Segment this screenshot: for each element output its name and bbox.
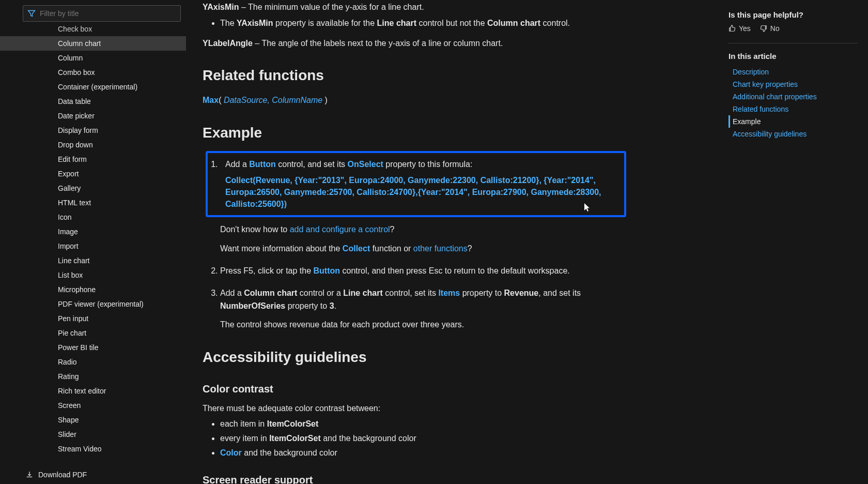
nav-item[interactable]: Stream Video xyxy=(0,442,186,456)
main-content: YAxisMin – The minimum value of the y-ax… xyxy=(203,0,626,484)
filter-input[interactable] xyxy=(40,9,176,18)
ylabel-desc: – The angle of the labels next to the y-… xyxy=(253,39,503,48)
toc-link[interactable]: Additional chart properties xyxy=(733,93,817,101)
nav-item[interactable]: List box xyxy=(0,268,186,282)
other-functions-link[interactable]: other functions xyxy=(413,244,468,253)
onselect-link[interactable]: OnSelect xyxy=(348,160,383,169)
toc-item[interactable]: Chart key properties xyxy=(729,78,858,90)
nav-item[interactable]: Pie chart xyxy=(0,326,186,340)
items-link[interactable]: Items xyxy=(438,289,460,297)
nav-item[interactable]: Microphone xyxy=(0,282,186,297)
contrast-item-2: every item in ItemColorSet and the backg… xyxy=(220,432,626,445)
toc-link[interactable]: Example xyxy=(733,117,761,126)
t: property to this formula: xyxy=(383,160,473,169)
t: ( xyxy=(219,96,224,104)
nav-scroll[interactable]: Check boxColumn chartColumnCombo boxCont… xyxy=(0,25,186,465)
t: control but not the xyxy=(416,19,487,27)
nav-item[interactable]: Rating xyxy=(0,369,186,384)
t: ItemColorSet xyxy=(269,434,321,443)
toc-item[interactable]: Additional chart properties xyxy=(729,90,858,103)
t: The xyxy=(220,19,237,27)
toc-item[interactable]: Example xyxy=(729,115,858,128)
related-fn-line: Max( DataSource, ColumnName ) xyxy=(203,94,626,107)
t: property to xyxy=(460,289,504,297)
example-step-1: Add a Button control, and set its OnSele… xyxy=(220,151,626,255)
toc-link[interactable]: Related functions xyxy=(733,105,788,113)
nav-item[interactable]: Image xyxy=(0,224,186,239)
t: Column chart xyxy=(244,289,297,297)
nav-item[interactable]: Combo box xyxy=(0,65,186,80)
step1-dontknow: Don't know how to add and configure a co… xyxy=(220,223,626,236)
nav-item[interactable]: Data table xyxy=(0,94,186,109)
t: ItemColorSet xyxy=(267,419,319,428)
t: Revenue xyxy=(504,289,539,297)
yaxismin-bullet: The YAxisMin property is available for t… xyxy=(220,17,626,30)
nav-item[interactable]: Column xyxy=(0,51,186,65)
nav-item[interactable]: Radio xyxy=(0,355,186,369)
thumb-up-icon xyxy=(729,25,736,32)
color-link[interactable]: Color xyxy=(220,448,242,457)
nav-item[interactable]: HTML text xyxy=(0,195,186,210)
toc-link[interactable]: Chart key properties xyxy=(733,80,798,88)
nav-item[interactable]: Import xyxy=(0,239,186,253)
contrast-item-3: Color and the background color xyxy=(220,447,626,460)
nav-item[interactable]: Container (experimental) xyxy=(0,80,186,94)
nav-item[interactable]: Column chart xyxy=(0,36,186,51)
t: and the background color xyxy=(321,434,416,443)
helpful-yes-button[interactable]: Yes xyxy=(729,24,751,33)
nav-item[interactable]: Edit form xyxy=(0,152,186,167)
button-link-2[interactable]: Button xyxy=(314,266,340,275)
t: and the background color xyxy=(242,448,337,457)
heading-accessibility: Accessibility guidelines xyxy=(203,346,626,368)
nav-item[interactable]: Shape xyxy=(0,413,186,427)
toc-item[interactable]: Description xyxy=(729,66,858,78)
nav-item[interactable]: Gallery xyxy=(0,181,186,195)
toc-link[interactable]: Description xyxy=(733,68,769,76)
nav-item[interactable]: Check box xyxy=(0,25,186,36)
nav-item[interactable]: Line chart xyxy=(0,253,186,268)
nav-item[interactable]: Drop down xyxy=(0,138,186,152)
t: NumberOfSeries xyxy=(220,301,285,310)
nav-item[interactable]: Pen input xyxy=(0,311,186,326)
collect-link[interactable]: Collect xyxy=(343,244,370,253)
helpful-title: Is this page helpful? xyxy=(729,10,858,19)
heading-example: Example xyxy=(203,122,626,144)
toc-link[interactable]: Accessibility guidelines xyxy=(733,130,807,138)
filter-box[interactable] xyxy=(23,5,181,22)
t: control or a xyxy=(297,289,343,297)
fn-max-link[interactable]: Max xyxy=(203,96,219,104)
t: YAxisMin xyxy=(237,19,273,27)
helpful-yes-label: Yes xyxy=(739,24,751,33)
divider xyxy=(729,43,858,43)
download-label: Download PDF xyxy=(38,471,87,479)
t: property to xyxy=(285,301,329,310)
nav-item[interactable]: Export xyxy=(0,167,186,181)
toc-list: DescriptionChart key propertiesAdditiona… xyxy=(729,66,858,140)
nav-item[interactable]: Power BI tile xyxy=(0,340,186,355)
t: control. xyxy=(540,19,570,27)
nav-item[interactable]: Rich text editor xyxy=(0,384,186,398)
t: property is available for the xyxy=(273,19,377,27)
t: Want more information about the xyxy=(220,244,343,253)
helpful-no-button[interactable]: No xyxy=(760,24,780,33)
t: Line chart xyxy=(343,289,382,297)
nav-item[interactable]: PDF viewer (experimental) xyxy=(0,297,186,311)
yaxismin-term: YAxisMin xyxy=(203,3,239,11)
t: each item in xyxy=(220,419,267,428)
nav-item[interactable]: Icon xyxy=(0,210,186,224)
toc-item[interactable]: Accessibility guidelines xyxy=(729,128,858,140)
add-configure-link[interactable]: add and configure a control xyxy=(290,225,390,234)
nav-item[interactable]: Date picker xyxy=(0,109,186,123)
download-pdf-button[interactable]: Download PDF xyxy=(0,465,186,484)
nav-item[interactable]: Display form xyxy=(0,123,186,138)
button-link[interactable]: Button xyxy=(249,160,276,169)
yaxismin-line: YAxisMin – The minimum value of the y-ax… xyxy=(203,1,626,14)
right-panel: Is this page helpful? Yes No In this art… xyxy=(729,10,858,140)
filter-wrap xyxy=(0,0,186,25)
nav-item[interactable]: Screen xyxy=(0,398,186,413)
download-icon xyxy=(26,471,33,478)
nav-item[interactable]: Slider xyxy=(0,427,186,442)
toc-item[interactable]: Related functions xyxy=(729,103,858,115)
t: Press F5, click or tap the xyxy=(220,266,314,275)
contrast-item-1: each item in ItemColorSet xyxy=(220,418,626,431)
